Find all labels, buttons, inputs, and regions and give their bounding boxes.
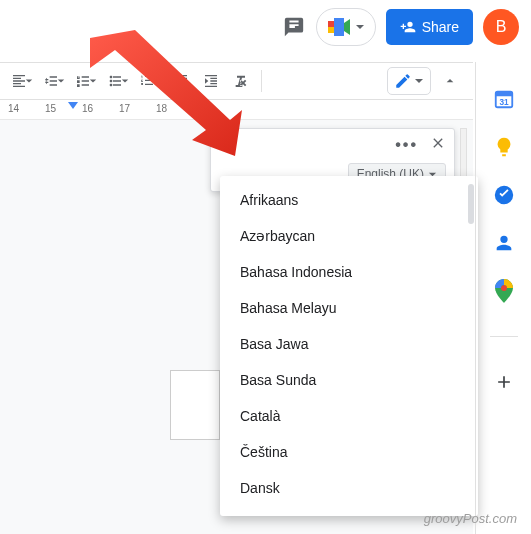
- indent-marker[interactable]: [68, 102, 78, 109]
- tasks-icon[interactable]: [493, 184, 515, 206]
- toolbar-separator: [261, 70, 262, 92]
- numbered-list-button[interactable]: [136, 68, 164, 94]
- svg-rect-1: [334, 18, 344, 36]
- chevron-down-icon: [153, 77, 161, 85]
- svg-rect-4: [328, 27, 334, 33]
- contacts-icon[interactable]: [493, 232, 515, 254]
- list-item[interactable]: Čeština: [220, 434, 478, 470]
- editing-mode-button[interactable]: [387, 67, 431, 95]
- svg-rect-3: [328, 21, 334, 27]
- watermark: groovyPost.com: [424, 511, 517, 526]
- meet-icon: [327, 17, 351, 37]
- list-item[interactable]: Dansk: [220, 470, 478, 506]
- add-icon[interactable]: [493, 371, 515, 393]
- meet-button[interactable]: [316, 8, 376, 46]
- list-item[interactable]: Afrikaans: [220, 182, 478, 218]
- calendar-icon[interactable]: 31: [493, 88, 515, 110]
- ruler-tick: 15: [45, 103, 56, 114]
- close-icon[interactable]: [430, 135, 446, 155]
- chevron-down-icon: [89, 77, 97, 85]
- decrease-indent-button[interactable]: [168, 68, 194, 94]
- toolbar: [0, 62, 473, 100]
- avatar[interactable]: B: [483, 9, 519, 45]
- chevron-down-icon: [355, 22, 365, 32]
- keep-icon[interactable]: [493, 136, 515, 158]
- side-separator: [490, 336, 518, 337]
- avatar-initial: B: [496, 18, 507, 36]
- comment-history-icon[interactable]: [282, 15, 306, 39]
- list-item[interactable]: Basa Jawa: [220, 326, 478, 362]
- ruler-tick: 17: [119, 103, 130, 114]
- checklist-button[interactable]: [72, 68, 100, 94]
- share-label: Share: [422, 19, 459, 35]
- collapse-toolbar-button[interactable]: [437, 68, 463, 94]
- ruler-tick: 14: [8, 103, 19, 114]
- svg-rect-6: [495, 92, 512, 97]
- ruler-tick: 16: [82, 103, 93, 114]
- chevron-down-icon: [121, 77, 129, 85]
- side-panel: 31: [475, 62, 531, 534]
- ruler[interactable]: 14 15 16 17 18: [0, 100, 473, 120]
- svg-point-9: [501, 285, 507, 291]
- pencil-icon: [394, 72, 412, 90]
- list-item[interactable]: Català: [220, 398, 478, 434]
- list-item[interactable]: Bahasa Indonesia: [220, 254, 478, 290]
- list-item[interactable]: Bahasa Melayu: [220, 290, 478, 326]
- chevron-down-icon: [57, 77, 65, 85]
- clear-formatting-button[interactable]: [228, 68, 254, 94]
- line-spacing-button[interactable]: [40, 68, 68, 94]
- list-item[interactable]: Deutsch: [220, 506, 478, 510]
- svg-text:31: 31: [499, 98, 509, 107]
- dropdown-scrollbar[interactable]: [468, 184, 474, 224]
- svg-marker-2: [344, 19, 350, 35]
- person-add-icon: [400, 19, 416, 35]
- page-edge: [170, 370, 220, 440]
- ruler-tick: 18: [156, 103, 167, 114]
- list-item[interactable]: Basa Sunda: [220, 362, 478, 398]
- increase-indent-button[interactable]: [198, 68, 224, 94]
- chevron-down-icon: [414, 76, 424, 86]
- align-button[interactable]: [8, 68, 36, 94]
- list-item[interactable]: Azərbaycan: [220, 218, 478, 254]
- maps-icon[interactable]: [493, 280, 515, 302]
- bulleted-list-button[interactable]: [104, 68, 132, 94]
- language-dropdown: Afrikaans Azərbaycan Bahasa Indonesia Ba…: [220, 176, 478, 516]
- language-list[interactable]: Afrikaans Azərbaycan Bahasa Indonesia Ba…: [220, 182, 478, 510]
- chevron-down-icon: [25, 77, 33, 85]
- share-button[interactable]: Share: [386, 9, 473, 45]
- more-icon[interactable]: •••: [395, 136, 418, 154]
